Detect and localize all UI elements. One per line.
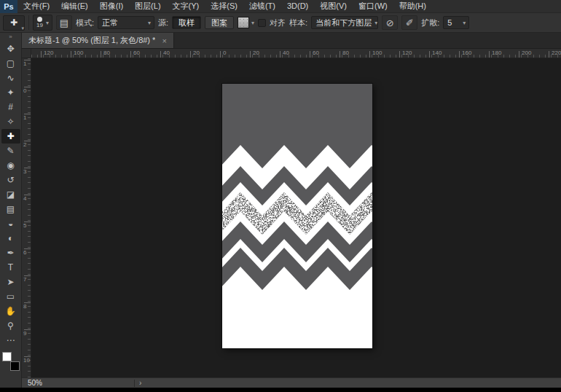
tool-preset-picker[interactable]: ✚ ▾ <box>3 15 25 31</box>
h-ruler-label: 220 <box>552 50 561 56</box>
h-ruler-label: 80 <box>103 50 110 56</box>
status-bar: 50% › <box>22 377 561 388</box>
h-ruler-label: 160 <box>462 50 471 56</box>
h-ruler-label: 120 <box>44 50 53 56</box>
canvas-document[interactable] <box>222 84 372 348</box>
crop-tool[interactable]: # <box>1 100 20 114</box>
menu-item-10[interactable]: 帮助(H) <box>393 0 432 12</box>
ignore-adjustment-layers-icon[interactable]: ⊘ <box>382 15 398 30</box>
brush-size-value: 19 <box>36 23 43 28</box>
menu-item-1[interactable]: 编辑(E) <box>55 0 94 12</box>
quick-selection-tool[interactable]: ✦ <box>1 85 20 100</box>
eyedropper-tool-icon: ✧ <box>7 117 14 127</box>
type-tool-icon: T <box>8 262 13 273</box>
history-brush-tool[interactable]: ↺ <box>1 173 20 187</box>
source-sampled-button[interactable]: 取样 <box>172 16 201 29</box>
brush-size-picker[interactable]: 19 ▾ <box>33 15 52 31</box>
v-ruler-label: 10 <box>23 357 30 364</box>
gradient-tool-icon: ▤ <box>7 204 15 214</box>
eraser-tool-icon: ◪ <box>7 189 15 200</box>
menu-item-4[interactable]: 文字(Y) <box>167 0 205 12</box>
foreground-color-swatch[interactable] <box>2 352 12 361</box>
document-tab[interactable]: 未标题-1 @ 50% (图层 1, 灰色/8#) * × <box>22 33 174 48</box>
v-ruler-label: 1 <box>23 60 26 67</box>
move-tool-icon: ✥ <box>7 44 14 54</box>
blur-tool-icon: ◒ <box>8 219 13 229</box>
background-color-swatch[interactable] <box>10 361 20 371</box>
tab-close-icon[interactable]: × <box>162 36 166 45</box>
v-ruler-label: 3 <box>23 168 26 175</box>
source-label: 源: <box>158 17 168 28</box>
h-ruler-label: 100 <box>74 50 83 56</box>
rectangular-marquee-tool[interactable]: ▢ <box>1 56 20 71</box>
diffusion-select[interactable]: 5 ▾ <box>443 16 469 29</box>
move-tool[interactable]: ✥ <box>1 42 20 56</box>
menu-item-2[interactable]: 图像(I) <box>94 0 129 12</box>
lasso-tool[interactable]: ∿ <box>1 71 20 85</box>
v-ruler-label: 9 <box>23 330 26 337</box>
gradient-tool[interactable]: ▤ <box>1 202 20 216</box>
eyedropper-tool[interactable]: ✧ <box>1 114 20 129</box>
clone-stamp-tool[interactable]: ◉ <box>1 158 20 173</box>
dodge-tool[interactable]: ◐ <box>1 231 20 246</box>
chevron-down-icon: ▾ <box>251 20 254 26</box>
horizontal-ruler: 1201008060402002040608010012014016018020… <box>31 49 561 58</box>
shape-tool[interactable]: ▭ <box>1 289 20 304</box>
mode-select[interactable]: 正常 ▾ <box>98 16 154 29</box>
menu-item-6[interactable]: 滤镜(T) <box>243 0 281 12</box>
h-ruler-label: 100 <box>372 50 382 56</box>
toolbar-collapse-icon[interactable]: » <box>9 33 12 42</box>
document-tab-bar: 未标题-1 @ 50% (图层 1, 灰色/8#) * × <box>22 33 561 49</box>
zoom-level-field[interactable]: 50% <box>22 379 48 387</box>
sample-select[interactable]: 当前和下方图层 ▾ <box>311 16 378 29</box>
tool-bar: » ✥▢∿✦#✧✚✎◉↺◪▤◒◐✒T➤▭✋⚲⋯ <box>0 33 22 388</box>
quick-selection-tool-icon: ✦ <box>7 87 14 98</box>
rectangular-marquee-tool-icon: ▢ <box>7 58 15 68</box>
canvas-area[interactable] <box>31 58 561 377</box>
menu-item-3[interactable]: 图层(L) <box>129 0 166 12</box>
eraser-tool[interactable]: ◪ <box>1 187 20 202</box>
menu-item-8[interactable]: 视图(V) <box>314 0 353 12</box>
lasso-tool-icon: ∿ <box>7 73 14 83</box>
menu-item-9[interactable]: 窗口(W) <box>353 0 393 12</box>
chevron-down-icon: ▾ <box>374 20 377 26</box>
vertical-ruler: 1012345678910 <box>22 58 31 377</box>
h-ruler-label: 60 <box>313 50 319 56</box>
h-ruler-label: 200 <box>522 50 531 56</box>
zoom-tool[interactable]: ⚲ <box>1 318 20 333</box>
aligned-checkbox[interactable] <box>258 19 266 27</box>
hand-tool[interactable]: ✋ <box>1 304 20 318</box>
sample-value: 当前和下方图层 <box>315 17 372 28</box>
healing-brush-tool[interactable]: ✚ <box>1 129 20 144</box>
diffusion-value: 5 <box>447 18 452 27</box>
menu-item-7[interactable]: 3D(D) <box>281 0 314 12</box>
brush-panel-toggle-icon[interactable]: ▤ <box>56 15 72 30</box>
dodge-tool-icon: ◐ <box>8 233 13 243</box>
crop-tool-icon: # <box>8 102 13 112</box>
brush-tool[interactable]: ✎ <box>1 144 20 158</box>
status-chevron-icon[interactable]: › <box>135 379 146 387</box>
bottom-strip <box>0 388 561 392</box>
pattern-picker[interactable]: ▾ <box>238 15 254 30</box>
path-selection-tool[interactable]: ➤ <box>1 275 20 289</box>
chevron-artwork <box>222 84 372 348</box>
edit-toolbar[interactable]: ⋯ <box>1 333 20 348</box>
type-tool[interactable]: T <box>1 260 20 275</box>
source-pattern-button[interactable]: 图案 <box>205 16 234 29</box>
edit-toolbar-icon: ⋯ <box>7 335 15 345</box>
h-ruler-label: 0 <box>223 50 226 56</box>
menu-item-0[interactable]: 文件(F) <box>17 0 55 12</box>
sample-label: 样本: <box>289 17 307 28</box>
blur-tool[interactable]: ◒ <box>1 216 20 231</box>
chevron-down-icon: ▾ <box>46 20 49 26</box>
v-ruler-label: 7 <box>23 276 26 283</box>
v-ruler-label: 2 <box>23 141 26 148</box>
h-ruler-label: 140 <box>432 50 442 56</box>
shape-tool-icon: ▭ <box>7 291 15 302</box>
path-selection-tool-icon: ➤ <box>7 277 14 287</box>
h-ruler-label: 40 <box>163 50 170 56</box>
mode-label: 模式: <box>76 17 94 28</box>
tablet-pressure-icon[interactable]: ✐ <box>401 15 417 30</box>
menu-item-5[interactable]: 选择(S) <box>205 0 243 12</box>
pen-tool[interactable]: ✒ <box>1 246 20 260</box>
